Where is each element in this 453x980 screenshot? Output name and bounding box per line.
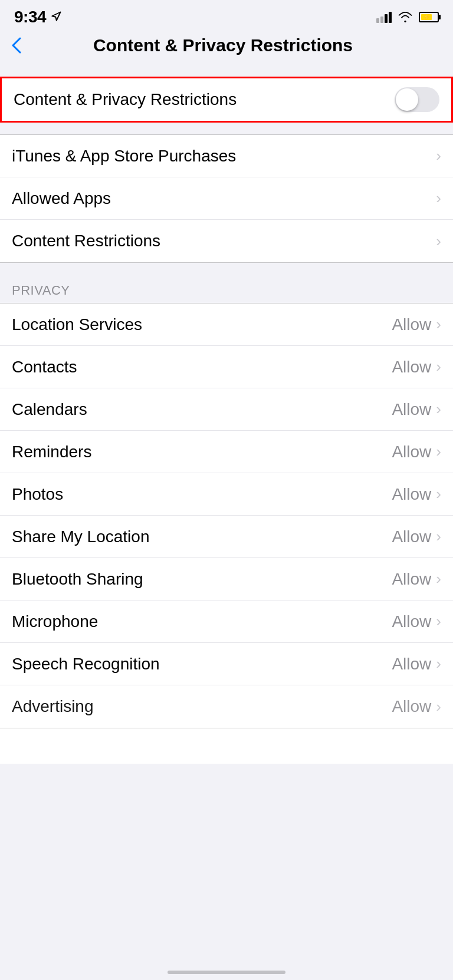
microphone-chevron-icon: › [436,612,441,631]
reminders-label: Reminders [12,443,91,461]
location-services-value: Allow [392,315,431,334]
allowed-apps-right: › [436,189,441,207]
calendars-right: Allow › [392,400,441,419]
photos-value: Allow [392,485,431,504]
share-my-location-value: Allow [392,527,431,546]
bluetooth-sharing-label: Bluetooth Sharing [12,570,143,589]
share-my-location-label: Share My Location [12,527,149,546]
bluetooth-sharing-row[interactable]: Bluetooth Sharing Allow › [0,558,453,600]
calendars-label: Calendars [12,400,87,419]
status-bar: 9:34 ⚡ [0,0,453,31]
back-button[interactable] [12,37,27,54]
content-restrictions-row[interactable]: Content Restrictions › [0,220,453,262]
toggle-knob [396,88,418,111]
reminders-row[interactable]: Reminders Allow › [0,431,453,473]
share-my-location-row[interactable]: Share My Location Allow › [0,516,453,558]
bluetooth-sharing-chevron-icon: › [436,570,441,588]
photos-row[interactable]: Photos Allow › [0,473,453,516]
mid-separator [0,123,453,134]
calendars-row[interactable]: Calendars Allow › [0,388,453,431]
advertising-chevron-icon: › [436,698,441,716]
toggle-label: Content & Privacy Restrictions [14,90,237,109]
location-services-chevron-icon: › [436,315,441,334]
contacts-row[interactable]: Contacts Allow › [0,346,453,388]
contacts-chevron-icon: › [436,358,441,376]
allowed-apps-row[interactable]: Allowed Apps › [0,177,453,220]
top-separator [0,65,453,77]
calendars-value: Allow [392,400,431,419]
location-services-right: Allow › [392,315,441,334]
share-my-location-chevron-icon: › [436,527,441,546]
privacy-separator [0,263,453,275]
home-indicator [168,971,285,974]
status-time: 9:34 [14,8,46,27]
itunes-appstore-label: iTunes & App Store Purchases [12,147,236,166]
location-services-label: Location Services [12,315,142,334]
privacy-section-label: PRIVACY [12,283,70,298]
speech-recognition-value: Allow [392,655,431,674]
speech-recognition-right: Allow › [392,655,441,674]
microphone-value: Allow [392,612,431,631]
microphone-right: Allow › [392,612,441,631]
speech-recognition-row[interactable]: Speech Recognition Allow › [0,643,453,685]
content-restrictions-chevron-icon: › [436,232,441,250]
battery-icon: ⚡ [419,12,439,22]
privacy-section-header: PRIVACY [0,275,453,303]
content-restrictions-right: › [436,232,441,250]
page-title: Content & Privacy Restrictions [27,35,419,55]
reminders-chevron-icon: › [436,443,441,461]
location-arrow-icon [51,11,61,22]
speech-recognition-label: Speech Recognition [12,655,160,674]
content-privacy-toggle[interactable] [395,87,439,112]
advertising-value: Allow [392,697,431,716]
speech-recognition-chevron-icon: › [436,655,441,673]
itunes-appstore-right: › [436,147,441,165]
contacts-label: Contacts [12,358,77,377]
allowed-apps-label: Allowed Apps [12,189,111,208]
main-toggle-section: Content & Privacy Restrictions [0,77,453,123]
general-settings-group: iTunes & App Store Purchases › Allowed A… [0,134,453,263]
nav-bar: Content & Privacy Restrictions [0,31,453,65]
bluetooth-sharing-value: Allow [392,570,431,589]
wifi-icon [398,11,413,23]
contacts-right: Allow › [392,358,441,377]
privacy-settings-group: Location Services Allow › Contacts Allow… [0,303,453,728]
status-icons: ⚡ [376,11,439,23]
photos-right: Allow › [392,485,441,504]
advertising-row[interactable]: Advertising Allow › [0,685,453,728]
location-services-row[interactable]: Location Services Allow › [0,303,453,346]
share-my-location-right: Allow › [392,527,441,546]
itunes-chevron-icon: › [436,147,441,165]
calendars-chevron-icon: › [436,400,441,418]
reminders-value: Allow [392,443,431,461]
advertising-right: Allow › [392,697,441,716]
reminders-right: Allow › [392,443,441,461]
svg-marker-0 [52,12,60,21]
home-indicator-area [0,728,453,764]
content-privacy-toggle-row[interactable]: Content & Privacy Restrictions [2,78,451,121]
contacts-value: Allow [392,358,431,377]
microphone-label: Microphone [12,612,98,631]
allowed-apps-chevron-icon: › [436,189,441,207]
advertising-label: Advertising [12,697,94,716]
signal-icon [376,12,392,23]
content-restrictions-label: Content Restrictions [12,232,160,250]
photos-chevron-icon: › [436,485,441,503]
itunes-appstore-row[interactable]: iTunes & App Store Purchases › [0,135,453,177]
bluetooth-sharing-right: Allow › [392,570,441,589]
microphone-row[interactable]: Microphone Allow › [0,600,453,643]
photos-label: Photos [12,485,63,504]
